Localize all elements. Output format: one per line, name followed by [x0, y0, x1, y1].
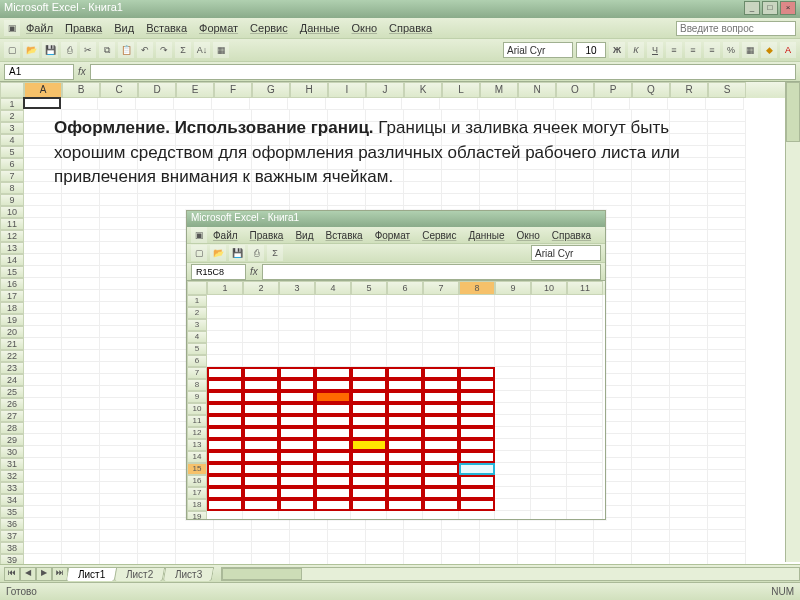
cell[interactable]: [632, 398, 670, 410]
cell[interactable]: [556, 194, 594, 206]
cell[interactable]: [632, 254, 670, 266]
cell[interactable]: [670, 470, 708, 482]
menu-view[interactable]: Вид: [108, 20, 140, 36]
cell[interactable]: [708, 530, 746, 542]
row-header[interactable]: 18: [0, 302, 24, 314]
cell[interactable]: [100, 482, 138, 494]
cell[interactable]: [288, 98, 326, 110]
cell[interactable]: [404, 530, 442, 542]
menu-data[interactable]: Данные: [294, 20, 346, 36]
cell[interactable]: [62, 302, 100, 314]
cell[interactable]: [670, 434, 708, 446]
cell[interactable]: [670, 482, 708, 494]
menu-format[interactable]: Формат: [193, 20, 244, 36]
cell[interactable]: [328, 542, 366, 554]
cell[interactable]: [326, 98, 364, 110]
row-header[interactable]: 28: [0, 422, 24, 434]
cell[interactable]: [670, 350, 708, 362]
cell[interactable]: [708, 422, 746, 434]
cell[interactable]: [214, 530, 252, 542]
cell[interactable]: [62, 398, 100, 410]
italic-button[interactable]: К: [628, 42, 644, 58]
cell[interactable]: [708, 206, 746, 218]
cell[interactable]: [138, 374, 176, 386]
cell[interactable]: [24, 410, 62, 422]
row-header[interactable]: 36: [0, 518, 24, 530]
cell[interactable]: [632, 362, 670, 374]
cell[interactable]: [62, 386, 100, 398]
cell[interactable]: [174, 98, 212, 110]
cell[interactable]: [24, 542, 62, 554]
cell[interactable]: [670, 230, 708, 242]
cell[interactable]: [670, 362, 708, 374]
cell[interactable]: [632, 290, 670, 302]
cell[interactable]: [632, 518, 670, 530]
row-header[interactable]: 14: [0, 254, 24, 266]
cell[interactable]: [632, 386, 670, 398]
cell[interactable]: [480, 194, 518, 206]
cell[interactable]: [62, 290, 100, 302]
fx-icon[interactable]: fx: [78, 66, 86, 77]
cell[interactable]: [24, 398, 62, 410]
cell[interactable]: [708, 458, 746, 470]
vscroll-thumb[interactable]: [786, 82, 800, 142]
cell[interactable]: [328, 530, 366, 542]
open-icon[interactable]: 📂: [23, 42, 39, 58]
cell[interactable]: [670, 494, 708, 506]
cell[interactable]: [632, 446, 670, 458]
cell[interactable]: [100, 530, 138, 542]
cell[interactable]: [364, 98, 402, 110]
cell[interactable]: [138, 398, 176, 410]
row-header[interactable]: 7: [0, 170, 24, 182]
cell[interactable]: [62, 494, 100, 506]
column-header-K[interactable]: K: [404, 82, 442, 98]
cell[interactable]: [290, 530, 328, 542]
row-header[interactable]: 11: [0, 218, 24, 230]
cell[interactable]: [24, 242, 62, 254]
cell[interactable]: [632, 278, 670, 290]
cell[interactable]: [592, 98, 630, 110]
row-header[interactable]: 38: [0, 542, 24, 554]
cell[interactable]: [62, 218, 100, 230]
column-header-L[interactable]: L: [442, 82, 480, 98]
cell[interactable]: [24, 422, 62, 434]
cell[interactable]: [138, 494, 176, 506]
cell[interactable]: [366, 542, 404, 554]
cell[interactable]: [62, 350, 100, 362]
row-header[interactable]: 2: [0, 110, 24, 122]
cell[interactable]: [670, 242, 708, 254]
cell[interactable]: [632, 242, 670, 254]
cell[interactable]: [632, 482, 670, 494]
cell[interactable]: [138, 422, 176, 434]
cell[interactable]: [62, 506, 100, 518]
bold-button[interactable]: Ж: [609, 42, 625, 58]
cell[interactable]: [250, 98, 288, 110]
cell[interactable]: [632, 314, 670, 326]
cell[interactable]: [442, 530, 480, 542]
currency-icon[interactable]: %: [723, 42, 739, 58]
cell[interactable]: [404, 542, 442, 554]
cell[interactable]: [62, 458, 100, 470]
cell[interactable]: [138, 446, 176, 458]
cell[interactable]: [62, 482, 100, 494]
paste-icon[interactable]: 📋: [118, 42, 134, 58]
cell[interactable]: [24, 194, 62, 206]
cell[interactable]: [24, 230, 62, 242]
cell[interactable]: [24, 290, 62, 302]
cell[interactable]: [632, 506, 670, 518]
cell[interactable]: [632, 350, 670, 362]
cell[interactable]: [518, 530, 556, 542]
cell[interactable]: [100, 230, 138, 242]
cell[interactable]: [708, 218, 746, 230]
cell[interactable]: [212, 98, 250, 110]
cell[interactable]: [62, 314, 100, 326]
cell[interactable]: [24, 446, 62, 458]
cell[interactable]: [480, 542, 518, 554]
sheet-tab-3[interactable]: Лист3: [162, 567, 214, 581]
column-header-A[interactable]: A: [24, 82, 62, 98]
cell[interactable]: [138, 458, 176, 470]
cell[interactable]: [62, 422, 100, 434]
cell[interactable]: [708, 326, 746, 338]
sheet-tab-2[interactable]: Лист2: [114, 567, 166, 581]
cell[interactable]: [632, 422, 670, 434]
